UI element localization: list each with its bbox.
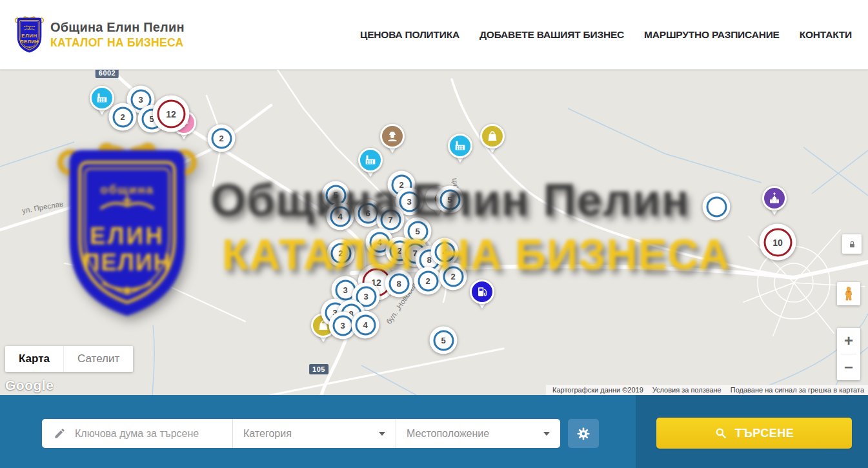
cluster-count: 8 — [427, 255, 431, 265]
map-cluster-marker[interactable]: 2 — [414, 267, 442, 295]
zoom-in-button[interactable]: + — [837, 328, 860, 354]
cluster-count: 6 — [365, 209, 370, 218]
map-pin-church[interactable] — [760, 186, 789, 222]
map-pin-factory[interactable] — [446, 134, 474, 170]
cluster-count: 8 — [396, 279, 401, 289]
cluster-count: 2 — [338, 249, 343, 258]
google-logo[interactable]: Google — [5, 378, 54, 393]
cluster-count: 3 — [138, 95, 143, 105]
cluster-count: 12 — [166, 108, 176, 119]
map-cluster-marker[interactable]: 2 — [208, 125, 236, 152]
cluster-count: 2 — [219, 134, 223, 143]
search-icon — [714, 427, 727, 440]
map-cluster-marker[interactable]: 4 — [431, 238, 459, 266]
chevron-down-icon — [543, 432, 550, 436]
search-button-label: ТЪРСЕНЕ — [735, 427, 794, 440]
logo-text: Община Елин Пелин КАТАЛОГ НА БИЗНЕСА — [50, 20, 185, 50]
cluster-count: 4 — [442, 247, 447, 257]
map-cluster-marker[interactable]: 2 — [439, 263, 467, 290]
fuel-icon — [475, 285, 489, 299]
logo-org-name: Община Елин Пелин — [50, 20, 185, 35]
map-cluster-marker[interactable]: 12 — [153, 96, 190, 132]
nav-item-contacts[interactable]: КОНТАКТИ — [800, 29, 852, 41]
location-select-label: Местоположение — [407, 428, 489, 440]
map-canvas[interactable]: 6002 105 ул. Преслав бул. „Новосел ци“ 3… — [0, 70, 868, 395]
map-cluster-marker[interactable]: 8 — [385, 270, 413, 298]
cluster-count: 3 — [343, 285, 347, 295]
cluster-count: 3 — [407, 197, 411, 207]
church-icon — [767, 191, 782, 205]
advanced-search-button[interactable] — [568, 419, 599, 448]
factory-icon — [95, 91, 109, 105]
municipality-crest-icon — [14, 15, 45, 55]
search-fields-group: Категория Местоположение — [42, 419, 560, 448]
map-type-control: Карта Сателит — [5, 346, 133, 372]
cluster-count: 2 — [450, 272, 455, 281]
search-button-panel: ТЪРСЕНЕ — [636, 395, 868, 468]
cluster-count: 3 — [363, 292, 368, 301]
map-cluster-marker[interactable] — [703, 193, 731, 221]
map-cluster-marker[interactable]: 4 — [327, 203, 354, 230]
cluster-count: 4 — [338, 212, 342, 221]
map-attribution: Картографски данни ©2019 Условия за полз… — [546, 385, 868, 395]
lock-icon — [847, 239, 857, 249]
attribution-terms-link[interactable]: Условия за ползване — [652, 386, 722, 394]
attribution-report-link[interactable]: Подаване на сигнал за грешка в картата — [731, 386, 864, 394]
cluster-count: 5 — [447, 195, 452, 205]
cluster-count: 4 — [363, 320, 367, 330]
pegman-icon — [841, 286, 856, 301]
map-lock-button[interactable] — [842, 234, 862, 254]
map-cluster-marker[interactable]: 10 — [760, 224, 796, 261]
logo-product-name: КАТАЛОГ НА БИЗНЕСА — [50, 36, 185, 50]
map-pin-fuel[interactable] — [468, 280, 496, 316]
worker-icon — [385, 129, 399, 143]
attribution-copyright: Картографски данни ©2019 — [552, 386, 643, 394]
search-button[interactable]: ТЪРСЕНЕ — [656, 418, 852, 449]
pencil-icon — [54, 427, 66, 440]
site-header: Община Елин Пелин КАТАЛОГ НА БИЗНЕСА ЦЕН… — [0, 0, 868, 70]
category-select[interactable]: Категория — [232, 419, 396, 448]
site-logo[interactable]: Община Елин Пелин КАТАЛОГ НА БИЗНЕСА — [14, 15, 185, 55]
cluster-count: 2 — [425, 276, 430, 286]
keyword-field — [42, 419, 232, 448]
map-cluster-marker[interactable]: 2 — [327, 239, 355, 267]
nav-item-pricing[interactable]: ЦЕНОВА ПОЛИТИКА — [360, 29, 459, 41]
cluster-count: 10 — [772, 237, 783, 247]
keyword-search-input[interactable] — [75, 428, 232, 440]
category-select-label: Категория — [243, 428, 292, 440]
map-type-map-button[interactable]: Карта — [5, 346, 63, 372]
main-nav: ЦЕНОВА ПОЛИТИКА ДОБАВЕТЕ ВАШИЯТ БИЗНЕС М… — [360, 29, 852, 41]
chevron-down-icon — [379, 432, 385, 436]
map-cluster-marker[interactable]: 4 — [352, 311, 379, 339]
map-pin-bag[interactable] — [478, 124, 507, 160]
cluster-count: 4 — [377, 238, 381, 247]
cluster-count: 3 — [340, 321, 345, 331]
cluster-count: 2 — [120, 112, 125, 122]
nav-item-route-schedule[interactable]: МАРШРУТНО РАЗПИСАНИЕ — [644, 29, 780, 41]
map-type-satellite-button[interactable]: Сателит — [63, 346, 133, 372]
map-zoom-control: + − — [837, 328, 860, 380]
cluster-count: 5 — [441, 336, 445, 345]
cluster-count: 5 — [333, 190, 338, 200]
zoom-out-button[interactable]: − — [837, 354, 860, 380]
gear-icon — [576, 427, 590, 441]
map-cluster-marker[interactable]: 2 — [109, 103, 137, 131]
bag-icon — [485, 129, 500, 143]
cluster-count: 5 — [415, 227, 419, 236]
map-cluster-marker[interactable]: 5 — [436, 186, 464, 214]
factory-icon — [453, 139, 467, 153]
map-cluster-marker[interactable]: 5 — [430, 327, 458, 354]
search-bar: Категория Местоположение ТЪРСЕНЕ — [0, 395, 868, 468]
street-view-pegman-button[interactable] — [837, 282, 860, 305]
map-pin-factory[interactable] — [356, 148, 385, 184]
factory-icon — [363, 153, 378, 167]
location-select[interactable]: Местоположение — [396, 419, 560, 448]
cluster-count: 7 — [388, 215, 392, 225]
nav-item-add-business[interactable]: ДОБАВЕТЕ ВАШИЯТ БИЗНЕС — [479, 29, 624, 41]
